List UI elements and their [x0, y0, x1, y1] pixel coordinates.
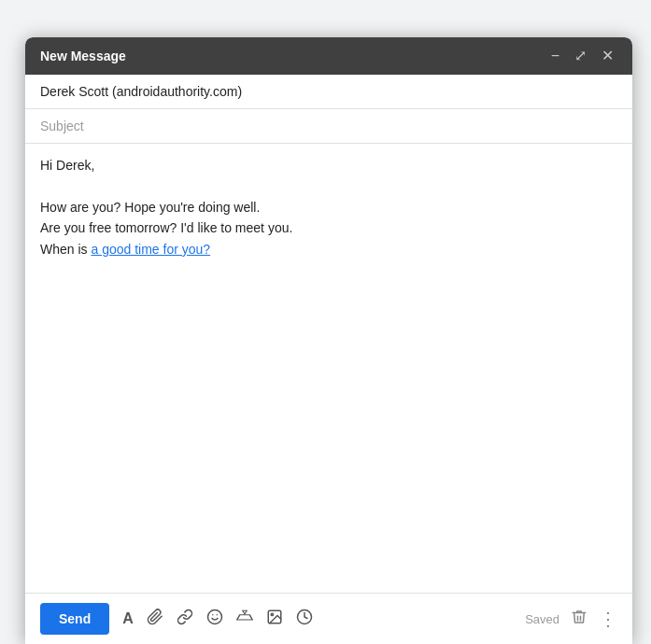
drive-button[interactable]	[234, 607, 255, 632]
svg-point-0	[207, 609, 221, 623]
attach-icon	[147, 609, 163, 630]
body-line5: When is a good time for you?	[40, 239, 617, 259]
delete-button[interactable]	[571, 609, 587, 630]
subject-placeholder: Subject	[40, 119, 84, 133]
body-line1: Hi Derek,	[40, 155, 617, 175]
body-line5-prefix: When is	[40, 242, 91, 257]
toolbar-icons: A	[120, 607, 514, 632]
body-line3: How are you? Hope you're doing well.	[40, 197, 617, 217]
to-field[interactable]: Derek Scott (androidauthority.com)	[25, 75, 632, 109]
header-actions: − ⤢ ✕	[547, 47, 617, 65]
formatting-icon: A	[122, 610, 134, 627]
saved-label: Saved	[525, 612, 559, 626]
attach-button[interactable]	[145, 607, 165, 632]
to-value: Derek Scott (androidauthority.com)	[40, 84, 242, 99]
compose-body[interactable]: Hi Derek, How are you? Hope you're doing…	[25, 144, 632, 593]
schedule-icon	[296, 609, 313, 630]
svg-point-4	[271, 613, 273, 615]
body-line5-link[interactable]: a good time for you?	[91, 242, 210, 257]
close-button[interactable]: ✕	[598, 47, 617, 65]
link-button[interactable]	[175, 607, 195, 632]
schedule-button[interactable]	[294, 607, 315, 632]
emoji-icon	[206, 609, 223, 630]
footer-right: Saved ⋮	[525, 609, 617, 630]
emoji-button[interactable]	[205, 607, 225, 632]
compose-footer: Send A	[25, 593, 632, 644]
send-button[interactable]: Send	[40, 603, 109, 635]
more-options-button[interactable]: ⋮	[599, 609, 617, 628]
trash-icon	[571, 609, 587, 630]
more-icon: ⋮	[599, 609, 617, 628]
photo-icon	[266, 609, 283, 630]
link-icon	[177, 609, 193, 630]
body-line4: Are you free tomorrow? I'd like to meet …	[40, 217, 617, 238]
compose-title: New Message	[40, 49, 126, 63]
expand-button[interactable]: ⤢	[571, 47, 590, 65]
formatting-button[interactable]: A	[120, 609, 135, 629]
drive-icon	[236, 609, 253, 630]
compose-window: New Message − ⤢ ✕ Derek Scott (androidau…	[25, 37, 632, 644]
photo-button[interactable]	[264, 607, 285, 632]
compose-header: New Message − ⤢ ✕	[25, 37, 632, 75]
minimize-button[interactable]: −	[547, 47, 563, 65]
subject-field[interactable]: Subject	[25, 109, 632, 144]
